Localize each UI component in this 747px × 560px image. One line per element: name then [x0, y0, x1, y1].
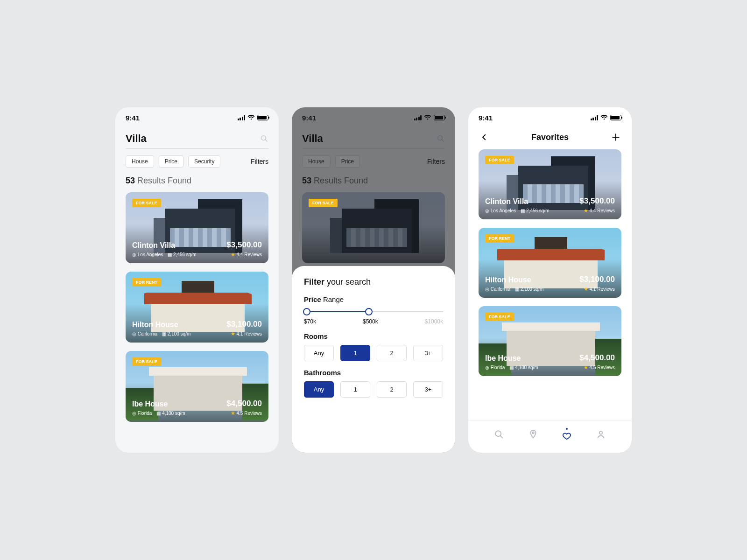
nav-search[interactable]	[494, 429, 504, 440]
search-icon	[494, 429, 504, 440]
slider-handle-max[interactable]	[365, 308, 373, 315]
filters-button[interactable]: Filters	[251, 158, 268, 165]
rooms-opt-3plus[interactable]: 3+	[413, 345, 443, 361]
rooms-label: Rooms	[304, 332, 443, 340]
pin-icon	[528, 429, 538, 440]
star-icon: ★	[231, 410, 235, 416]
price-slider[interactable]	[304, 308, 443, 315]
property-price: $4,500.00	[226, 399, 262, 408]
signal-icon	[238, 115, 246, 120]
search-term: Villa	[126, 133, 260, 145]
nav-map[interactable]	[528, 429, 538, 440]
property-card[interactable]: FOR SALE Ibe House$4,500.00 ◎ Florida▦ 4…	[126, 351, 268, 422]
add-button[interactable]	[610, 132, 621, 143]
rating: ★ 4.5 Reviews	[584, 364, 615, 371]
chip-security[interactable]: Security	[188, 155, 220, 168]
pin-icon: ◎ California	[132, 331, 157, 336]
baths-opt-any[interactable]: Any	[304, 381, 334, 398]
pin-icon: ◎ Florida	[485, 365, 505, 370]
filter-sheet: Filter your search Price Range $70k $500…	[292, 266, 455, 453]
page-title: Favorites	[531, 133, 569, 142]
rooms-opt-any[interactable]: Any	[304, 345, 334, 361]
sale-tag: FOR SALE	[485, 313, 514, 321]
price-range-label: Price Range	[304, 295, 443, 303]
rooms-opt-1[interactable]: 1	[340, 345, 370, 361]
signal-icon	[591, 115, 599, 120]
chip-price[interactable]: Price	[159, 155, 183, 168]
property-card[interactable]: FOR RENT Hilton House$3,100.00 ◎ Califor…	[126, 272, 268, 343]
rating: ★ 4.1 Reviews	[584, 286, 615, 292]
area-icon: ▦ 4,100 sq/m	[509, 365, 538, 370]
svg-point-7	[599, 431, 602, 434]
star-icon: ★	[231, 252, 235, 257]
baths-opt-1[interactable]: 1	[340, 381, 370, 398]
sheet-title: Filter your search	[304, 277, 443, 287]
property-name: Hilton House	[132, 321, 178, 329]
screen-favorites: 9:41 Favorites FOR SALE Clinton Villa$3,…	[468, 107, 632, 453]
chip-house[interactable]: House	[126, 155, 154, 168]
property-price: $3,100.00	[579, 275, 615, 284]
star-icon: ★	[584, 364, 588, 370]
rating: ★ 4.1 Reviews	[231, 331, 262, 337]
property-card[interactable]: FOR RENT Hilton House$3,100.00 ◎ Califor…	[479, 228, 621, 298]
status-bar: 9:41	[468, 107, 632, 128]
sale-tag: FOR SALE	[132, 357, 161, 366]
bathrooms-label: Bathrooms	[304, 369, 443, 377]
status-icons	[238, 115, 269, 120]
nav-profile[interactable]	[596, 429, 606, 440]
status-icons	[591, 115, 622, 120]
sale-tag: FOR SALE	[485, 156, 514, 164]
status-time: 9:41	[479, 114, 493, 122]
user-icon	[596, 429, 606, 440]
property-price: $3,500.00	[226, 240, 262, 250]
pin-icon: ◎ Los Angeles	[485, 208, 516, 213]
svg-point-6	[532, 432, 534, 434]
wifi-icon	[600, 115, 608, 120]
status-time: 9:41	[126, 114, 140, 122]
baths-opt-2[interactable]: 2	[377, 381, 407, 398]
property-name: Ibe House	[132, 400, 168, 408]
back-button[interactable]	[479, 132, 490, 143]
property-name: Ibe House	[485, 354, 521, 363]
status-bar: 9:41	[115, 107, 279, 128]
property-card[interactable]: FOR SALE Clinton Villa$3,500.00 ◎ Los An…	[479, 149, 621, 219]
property-name: Clinton Villa	[485, 197, 528, 206]
heart-icon	[562, 431, 572, 441]
area-icon: ▦ 2,456 sq/m	[521, 208, 549, 213]
active-dot-icon	[566, 428, 568, 430]
sale-tag: FOR SALE	[309, 199, 338, 207]
filter-chips-row: House Price Security Filters	[126, 149, 268, 174]
nav-favorites[interactable]	[562, 428, 572, 441]
rooms-opt-2[interactable]: 2	[377, 345, 407, 361]
bathrooms-options: Any 1 2 3+	[304, 381, 443, 398]
area-icon: ▦ 2,100 sq/m	[162, 331, 190, 336]
rating: ★ 4.4 Reviews	[231, 252, 262, 258]
rent-tag: FOR RENT	[485, 234, 514, 243]
battery-icon	[610, 115, 621, 120]
price-labels: $70k $500k $1000k	[304, 318, 443, 325]
battery-icon	[257, 115, 268, 120]
rooms-options: Any 1 2 3+	[304, 345, 443, 361]
sale-tag: FOR SALE	[132, 199, 161, 207]
slider-handle-min[interactable]	[303, 308, 310, 315]
baths-opt-3plus[interactable]: 3+	[413, 381, 443, 398]
property-price: $3,500.00	[579, 196, 615, 206]
property-price: $3,100.00	[226, 320, 262, 329]
area-icon: ▦ 2,100 sq/m	[515, 287, 543, 292]
property-name: Clinton Villa	[132, 241, 175, 250]
plus-icon	[611, 133, 620, 142]
property-name: Hilton House	[485, 276, 531, 284]
property-card[interactable]: FOR SALE Clinton Villa$3,500.00 ◎ Los An…	[126, 192, 268, 263]
screen-search-results: 9:41 Villa House Price Security Filters …	[115, 107, 279, 453]
pin-icon: ◎ Los Angeles	[132, 252, 163, 257]
chevron-left-icon	[480, 133, 488, 141]
property-card[interactable]: FOR SALE Ibe House$4,500.00 ◎ Florida▦ 4…	[479, 306, 621, 376]
search-icon	[260, 134, 268, 143]
wifi-icon	[247, 115, 255, 120]
search-field[interactable]: Villa	[126, 128, 268, 149]
rent-tag: FOR RENT	[132, 278, 161, 287]
rating: ★ 4.4 Reviews	[584, 208, 615, 214]
star-icon: ★	[584, 208, 588, 213]
star-icon: ★	[584, 286, 588, 292]
pin-icon: ◎ California	[485, 287, 510, 292]
